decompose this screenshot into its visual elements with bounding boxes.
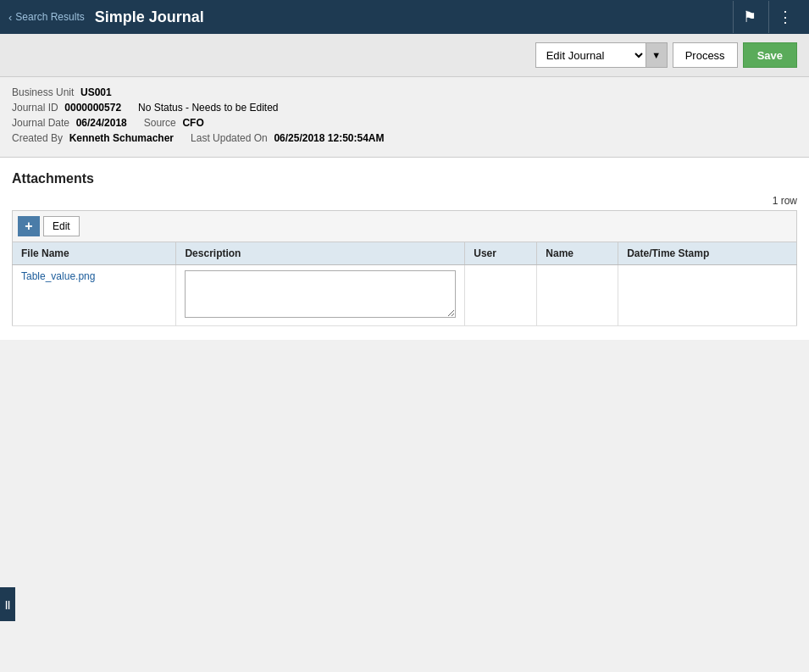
action-select-wrapper: Edit Journal Copy Journal Delete Journal… <box>535 42 668 68</box>
table-header: File Name Description User Name Date/Tim… <box>13 242 797 265</box>
info-row-2: Journal ID 0000000572 No Status - Needs … <box>12 101 797 114</box>
journal-id-label: Journal ID <box>12 102 58 114</box>
cell-user <box>465 265 537 326</box>
table-body: Table_value.png <box>13 265 797 326</box>
row-count: 1 row <box>12 195 797 207</box>
source-label: Source <box>144 117 176 129</box>
attachments-table: File Name Description User Name Date/Tim… <box>12 242 797 326</box>
table-row: Table_value.png <box>13 265 797 326</box>
col-header-date-time-stamp: Date/Time Stamp <box>618 242 797 265</box>
action-select-arrow[interactable]: ▼ <box>646 42 668 68</box>
flag-button[interactable]: ⚑ <box>733 1 765 33</box>
journal-date-label: Journal Date <box>12 117 69 129</box>
info-row-1: Business Unit US001 <box>12 86 797 98</box>
more-options-button[interactable]: ⋮ <box>768 1 801 33</box>
journal-id-value: 0000000572 <box>64 102 121 114</box>
cell-description <box>176 265 465 326</box>
main-content: Attachments 1 row + Edit File Name Descr… <box>0 158 809 340</box>
save-button[interactable]: Save <box>743 42 797 68</box>
add-attachment-button[interactable]: + <box>18 216 40 236</box>
description-textarea[interactable] <box>185 270 456 318</box>
business-unit-value: US001 <box>80 86 112 98</box>
back-label: Search Results <box>15 11 84 23</box>
col-header-file-name: File Name <box>13 242 176 265</box>
more-vert-icon: ⋮ <box>778 8 793 26</box>
col-header-user: User <box>465 242 537 265</box>
attachments-section-title: Attachments <box>12 171 797 186</box>
header-icons: ⚑ ⋮ <box>733 1 801 33</box>
file-link[interactable]: Table_value.png <box>21 270 95 282</box>
business-unit-label: Business Unit <box>12 86 74 98</box>
back-button[interactable]: ‹ Search Results <box>8 11 85 24</box>
action-toolbar: Edit Journal Copy Journal Delete Journal… <box>0 34 809 77</box>
last-updated-label: Last Updated On <box>191 132 268 144</box>
col-header-description: Description <box>176 242 465 265</box>
chevron-left-icon: ‹ <box>8 11 12 24</box>
side-panel-toggle-label: || <box>5 599 10 609</box>
created-by-value: Kenneth Schumacher <box>69 132 174 144</box>
page-title: Simple Journal <box>95 8 733 26</box>
process-button[interactable]: Process <box>673 42 738 68</box>
attachments-toolbar: + Edit <box>12 210 797 242</box>
last-updated-value: 06/25/2018 12:50:54AM <box>274 132 384 144</box>
status-value: No Status - Needs to be Edited <box>138 102 278 114</box>
side-panel-toggle[interactable]: || <box>0 587 15 621</box>
page-header: ‹ Search Results Simple Journal ⚑ ⋮ <box>0 0 809 34</box>
cell-date-time-stamp <box>618 265 797 326</box>
journal-date-value: 06/24/2018 <box>76 117 127 129</box>
source-value: CFO <box>182 117 203 129</box>
info-row-4: Created By Kenneth Schumacher Last Updat… <box>12 131 797 144</box>
journal-info-section: Business Unit US001 Journal ID 000000057… <box>0 77 809 158</box>
flag-icon: ⚑ <box>743 8 756 26</box>
action-select[interactable]: Edit Journal Copy Journal Delete Journal <box>535 42 646 68</box>
edit-attachment-button[interactable]: Edit <box>43 216 80 236</box>
created-by-label: Created By <box>12 132 63 144</box>
col-header-name: Name <box>537 242 618 265</box>
cell-name <box>537 265 618 326</box>
cell-file-name: Table_value.png <box>13 265 176 326</box>
info-row-3: Journal Date 06/24/2018 Source CFO <box>12 116 797 129</box>
